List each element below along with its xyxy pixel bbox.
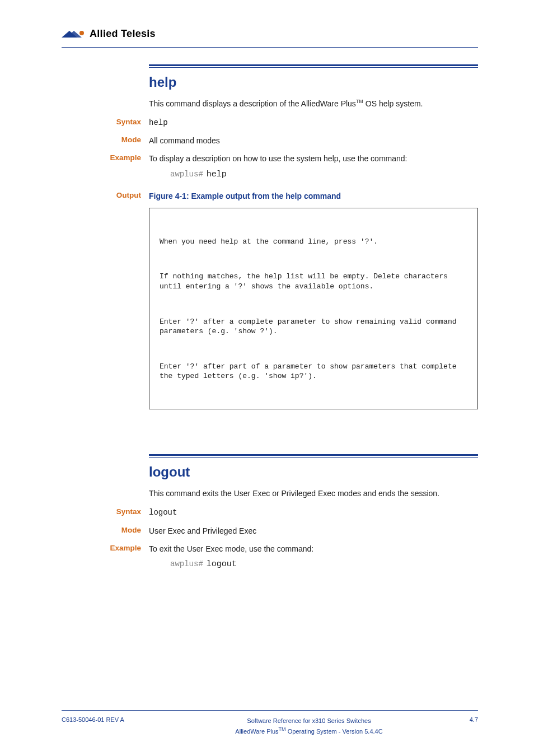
logout-example-cmdline: awplus#logout bbox=[170, 558, 478, 571]
header-rule bbox=[62, 47, 478, 48]
value-help-syntax: help bbox=[149, 117, 478, 128]
footer-left: C613-50046-01 REV A bbox=[62, 716, 174, 723]
section-title-logout: logout bbox=[149, 464, 478, 480]
prompt: awplus# bbox=[170, 559, 203, 568]
value-logout-syntax: logout bbox=[149, 507, 478, 518]
brand-name: Allied Telesis bbox=[90, 28, 156, 40]
row-logout-example: Example To exit the User Exec mode, use … bbox=[62, 543, 478, 574]
label-syntax: Syntax bbox=[62, 507, 149, 516]
footer-center: Software Reference for x310 Series Switc… bbox=[174, 716, 444, 736]
section-logout: logout This command exits the User Exec … bbox=[149, 454, 478, 574]
value-help-mode: All command modes bbox=[149, 135, 478, 146]
value-help-output: Figure 4-1: Example output from the help… bbox=[149, 190, 478, 409]
label-example: Example bbox=[62, 543, 149, 552]
allied-telesis-mark-icon bbox=[62, 29, 86, 39]
footer-line2-before: AlliedWare Plus bbox=[235, 728, 278, 735]
row-help-example: Example To display a description on how … bbox=[62, 153, 478, 184]
help-intro: This command displays a description of t… bbox=[149, 98, 478, 109]
row-logout-mode: Mode User Exec and Privileged Exec bbox=[62, 525, 478, 536]
spacer bbox=[62, 432, 478, 454]
trademark-sup: TM bbox=[356, 99, 363, 104]
row-help-syntax: Syntax help bbox=[62, 117, 478, 128]
section-title-help: help bbox=[149, 74, 478, 90]
output-line: If nothing matches, the help list will b… bbox=[160, 272, 467, 291]
help-example-cmdline: awplus#help bbox=[170, 168, 478, 181]
output-line: Enter '?' after part of a parameter to s… bbox=[160, 362, 467, 381]
page-footer: C613-50046-01 REV A Software Reference f… bbox=[62, 710, 478, 736]
logout-def-group: Syntax logout Mode User Exec and Privile… bbox=[62, 507, 478, 574]
footer-line2-after: Operating System - Version 5.4.4C bbox=[286, 728, 383, 735]
section-rule-thin bbox=[149, 457, 478, 458]
page: Allied Telesis help This command display… bbox=[0, 0, 534, 756]
footer-page-number: 4.7 bbox=[444, 716, 478, 723]
row-logout-syntax: Syntax logout bbox=[62, 507, 478, 518]
logout-example-text: To exit the User Exec mode, use the comm… bbox=[149, 544, 313, 553]
output-line: Enter '?' after a complete parameter to … bbox=[160, 317, 467, 337]
section-rule-thick bbox=[149, 64, 478, 66]
prompt: awplus# bbox=[170, 170, 203, 179]
label-example: Example bbox=[62, 153, 149, 162]
section-rule-thick bbox=[149, 454, 478, 456]
help-output-caption: Figure 4-1: Example output from the help… bbox=[149, 190, 478, 202]
help-def-group: Syntax help Mode All command modes Examp… bbox=[62, 117, 478, 409]
header-logo-row: Allied Telesis bbox=[62, 28, 478, 41]
row-help-mode: Mode All command modes bbox=[62, 135, 478, 146]
section-rule-thin bbox=[149, 67, 478, 68]
help-example-text: To display a description on how to use t… bbox=[149, 154, 407, 163]
value-help-example: To display a description on how to use t… bbox=[149, 153, 478, 184]
svg-point-2 bbox=[79, 31, 84, 35]
footer-row: C613-50046-01 REV A Software Reference f… bbox=[62, 716, 478, 736]
brand-logo: Allied Telesis bbox=[62, 28, 156, 40]
logout-example-cmd: logout bbox=[207, 559, 237, 569]
footer-line2: AlliedWare PlusTM Operating System - Ver… bbox=[174, 726, 444, 736]
value-logout-mode: User Exec and Privileged Exec bbox=[149, 525, 478, 536]
help-intro-before: This command displays a description of t… bbox=[149, 99, 356, 108]
value-logout-example: To exit the User Exec mode, use the comm… bbox=[149, 543, 478, 574]
label-mode: Mode bbox=[62, 525, 149, 534]
trademark-sup: TM bbox=[279, 726, 286, 732]
output-line: When you need help at the command line, … bbox=[160, 237, 467, 247]
help-intro-after: OS help system. bbox=[363, 99, 423, 108]
label-mode: Mode bbox=[62, 135, 149, 144]
footer-rule bbox=[62, 710, 478, 711]
label-output: Output bbox=[62, 190, 149, 199]
help-output-box: When you need help at the command line, … bbox=[149, 208, 478, 409]
help-example-cmd: help bbox=[207, 170, 227, 179]
logout-intro: This command exits the User Exec or Priv… bbox=[149, 488, 478, 499]
footer-line1: Software Reference for x310 Series Switc… bbox=[174, 716, 444, 726]
label-syntax: Syntax bbox=[62, 117, 149, 126]
section-help: help This command displays a description… bbox=[149, 64, 478, 410]
row-help-output: Output Figure 4-1: Example output from t… bbox=[62, 190, 478, 409]
